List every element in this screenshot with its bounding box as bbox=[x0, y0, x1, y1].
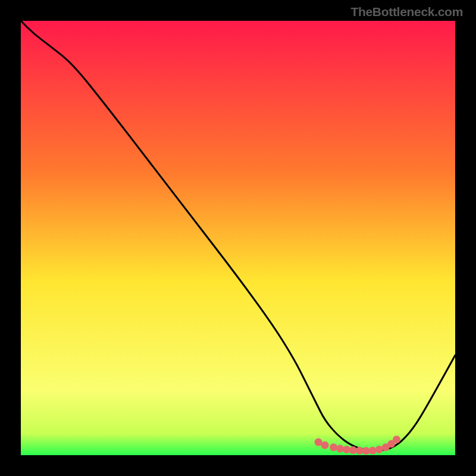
optimal-dot bbox=[330, 443, 337, 451]
optimal-dot bbox=[336, 445, 344, 453]
chart-svg bbox=[21, 21, 455, 455]
optimal-dot bbox=[369, 447, 377, 455]
gradient-background bbox=[21, 21, 455, 455]
plot-area bbox=[21, 21, 455, 455]
optimal-dot bbox=[321, 441, 329, 449]
optimal-dot bbox=[393, 436, 400, 443]
attribution-label: TheBottleneck.com bbox=[350, 5, 463, 19]
chart-container: TheBottleneck.com bbox=[0, 0, 476, 476]
